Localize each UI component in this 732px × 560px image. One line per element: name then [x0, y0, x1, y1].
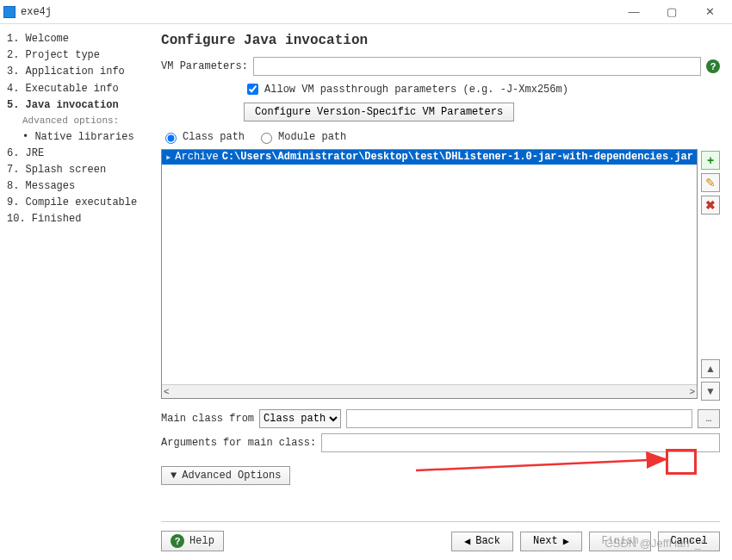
- passthrough-label: Allow VM passthrough parameters (e.g. -J…: [264, 84, 568, 96]
- radio-modulepath[interactable]: Module path: [257, 130, 346, 144]
- arguments-label: Arguments for main class:: [161, 437, 316, 449]
- add-entry-button[interactable]: +: [701, 151, 720, 170]
- titlebar: exe4j — ▢ ✕: [0, 0, 732, 24]
- app-icon: [3, 6, 16, 18]
- vm-parameters-label: VM Parameters:: [161, 60, 248, 72]
- passthrough-checkbox[interactable]: [247, 84, 258, 95]
- browse-main-class-button[interactable]: …: [698, 409, 720, 428]
- finish-button[interactable]: Finish: [589, 532, 651, 551]
- classpath-listbox[interactable]: ▸ Archive C:\Users\Administrator\Desktop…: [161, 149, 698, 399]
- horizontal-scrollbar[interactable]: < >: [162, 384, 697, 398]
- radio-classpath-input[interactable]: [165, 133, 177, 144]
- configure-version-specific-button[interactable]: Configure Version-Specific VM Parameters: [244, 103, 514, 121]
- arrow-right-icon: ▶: [563, 535, 569, 548]
- help-icon[interactable]: ?: [706, 59, 720, 73]
- back-button[interactable]: ◀ Back: [451, 532, 513, 551]
- advanced-options-button[interactable]: ▼ Advanced Options: [161, 466, 290, 485]
- help-button[interactable]: ? Help: [161, 531, 224, 551]
- vm-parameters-input[interactable]: [253, 57, 701, 76]
- scroll-right-icon[interactable]: >: [689, 387, 695, 397]
- step-application-info[interactable]: 3. Application info: [7, 64, 146, 80]
- arrow-left-icon: ◀: [464, 535, 470, 548]
- chevron-down-icon: ▼: [171, 470, 177, 482]
- radio-modulepath-input[interactable]: [261, 133, 272, 144]
- step-compile-executable[interactable]: 9. Compile executable: [7, 195, 146, 211]
- step-project-type[interactable]: 2. Project type: [7, 47, 146, 64]
- step-welcome[interactable]: 1. Welcome: [7, 31, 146, 47]
- step-executable-info[interactable]: 4. Executable info: [7, 81, 146, 97]
- delete-entry-button[interactable]: ✖: [701, 196, 720, 215]
- scroll-left-icon[interactable]: <: [164, 387, 170, 397]
- step-finished[interactable]: 10. Finished: [7, 211, 146, 227]
- chevron-right-icon: ▸: [165, 151, 171, 164]
- close-button[interactable]: ✕: [691, 0, 729, 24]
- sidebar-watermark: exe4j: [0, 446, 5, 550]
- main-class-source-select[interactable]: Class path: [259, 409, 341, 428]
- content-pane: Configure Java invocation VM Parameters:…: [149, 24, 732, 560]
- wizard-sidebar: 1. Welcome 2. Project type 3. Applicatio…: [0, 24, 149, 560]
- move-down-button[interactable]: ▼: [701, 382, 720, 401]
- step-jre[interactable]: 6. JRE: [7, 146, 146, 162]
- main-class-label: Main class from: [161, 413, 254, 425]
- page-heading: Configure Java invocation: [161, 33, 720, 48]
- minimize-button[interactable]: —: [615, 0, 653, 24]
- step-splash-screen[interactable]: 7. Splash screen: [7, 162, 146, 178]
- move-up-button[interactable]: ▲: [701, 359, 720, 378]
- radio-classpath[interactable]: Class path: [161, 130, 245, 144]
- window-title: exe4j: [21, 6, 52, 18]
- arguments-input[interactable]: [321, 433, 720, 452]
- maximize-button[interactable]: ▢: [653, 0, 691, 24]
- substep-native-libraries[interactable]: • Native libraries: [7, 129, 146, 146]
- step-messages[interactable]: 8. Messages: [7, 178, 146, 195]
- entry-type: Archive: [175, 151, 218, 164]
- next-button[interactable]: Next ▶: [520, 532, 582, 551]
- cancel-button[interactable]: Cancel: [658, 532, 720, 551]
- advanced-options-label: Advanced options:: [7, 114, 146, 129]
- help-icon-small: ?: [171, 534, 184, 548]
- classpath-entry[interactable]: ▸ Archive C:\Users\Administrator\Desktop…: [162, 150, 697, 165]
- edit-entry-button[interactable]: ✎: [701, 173, 720, 192]
- main-class-input[interactable]: [346, 409, 692, 428]
- path-mode-group: Class path Module path: [161, 130, 720, 144]
- step-java-invocation[interactable]: 5. Java invocation: [7, 97, 146, 114]
- entry-path: C:\Users\Administrator\Desktop\test\DHLi…: [222, 151, 693, 164]
